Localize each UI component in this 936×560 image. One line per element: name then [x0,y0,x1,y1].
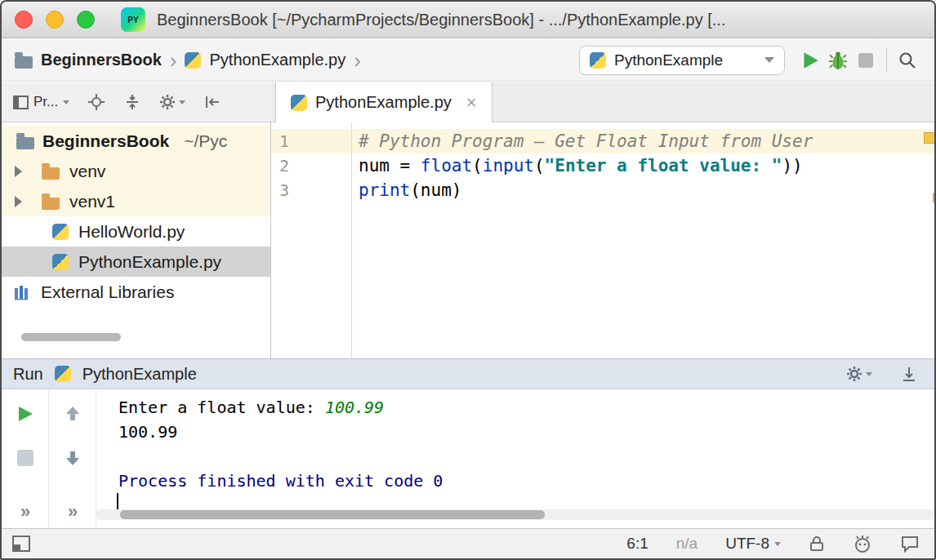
crosshair-icon [87,93,105,111]
encoding-label: UTF-8 [725,535,769,553]
chevron-down-icon [764,57,774,63]
project-panel-header: Pr... [2,82,271,122]
stop-button[interactable] [852,47,880,74]
code-builtin: float [421,156,472,176]
code-plain: num = [359,156,421,176]
dock-down-icon [900,365,918,383]
panel-settings-button[interactable] [159,94,185,110]
tool-strip: Pr... [2,82,934,122]
more-actions-left-button[interactable] [11,498,39,526]
code-builtin: print [359,180,410,200]
debug-button[interactable] [824,47,852,74]
folder-icon [42,198,60,210]
chevron-down-icon [179,100,185,104]
code-string: "Enter a float value: " [545,156,782,176]
stop-process-button[interactable] [11,444,39,472]
gear-icon [846,366,862,382]
stop-icon [858,52,874,69]
arrow-up-icon [63,404,82,424]
console-system-text: Process finished with exit code 0 [118,471,443,491]
line-number: 1 [279,129,312,153]
tree-item-label: External Libraries [41,282,174,302]
chevron-down-icon [866,372,872,376]
console-line: 100.99 [118,420,177,444]
readonly-toggle-button[interactable] [809,535,825,553]
line-number: 2 [279,153,312,178]
run-button[interactable] [796,47,824,74]
ide-errors-button[interactable] [853,534,872,553]
tree-horizontal-scrollbar[interactable] [21,333,121,341]
chevron-right-icon[interactable] [15,166,22,177]
stop-icon [16,449,34,467]
rerun-button[interactable] [11,400,39,428]
hide-panel-button[interactable] [203,93,221,111]
chevron-down-icon [774,542,781,546]
editor-tab-pythonexample[interactable]: PythonExample.py [275,82,493,122]
project-view-selector[interactable]: Pr... [13,94,69,110]
breadcrumb-project[interactable]: BeginnersBook [15,51,162,69]
double-chevron-icon [20,501,30,522]
tree-item-helloworld[interactable]: HelloWorld.py [2,216,270,247]
run-panel-header: Run PythonExample [2,358,934,389]
toggle-toolwindows-button[interactable] [11,535,31,553]
locate-file-button[interactable] [87,93,105,111]
libraries-icon [13,284,31,300]
close-icon[interactable] [466,94,477,112]
python-file-icon [291,95,307,111]
search-everywhere-button[interactable] [894,47,921,74]
tree-item-venv1[interactable]: venv1 [2,186,270,216]
code-comment: # Python Program – Get Float Input from … [359,131,813,151]
console-prompt-text: Enter a float value: [118,398,325,417]
collapse-all-button[interactable] [123,93,141,111]
more-actions-right-button[interactable] [59,498,87,526]
run-panel-settings-button[interactable] [846,366,872,382]
tree-item-label: PythonExample.py [78,252,221,272]
chevron-right-icon[interactable] [15,196,22,207]
arrow-down-icon [63,448,82,468]
chevron-down-icon [63,100,69,104]
line-number: 3 [279,178,312,202]
double-chevron-icon [68,501,78,522]
run-console[interactable]: Enter a float value: 100.99 100.99 Proce… [96,390,934,528]
code-plain: )) [782,156,802,176]
tab-label: PythonExample.py [315,93,452,112]
collapse-all-icon [123,93,141,111]
run-panel-config-label: PythonExample [82,365,197,384]
console-caret [117,493,118,511]
breadcrumb-separator-icon [354,50,361,71]
editor-gutter: 1 2 3 [271,122,352,358]
prev-occurrence-button[interactable] [59,400,87,428]
tree-item-pythonexample[interactable]: PythonExample.py [2,247,270,277]
inspection-status-marker[interactable] [924,132,935,144]
tool-window-icon [13,96,29,109]
python-file-icon [52,254,69,270]
debug-bug-icon [828,51,848,70]
folder-icon [42,167,60,180]
event-log-button[interactable] [900,535,920,553]
zoom-window-button[interactable] [77,11,95,29]
close-window-button[interactable] [15,11,33,29]
tree-item-label: HelloWorld.py [78,222,185,242]
caret-position-widget[interactable]: 6:1 [626,535,648,553]
line-separator-widget[interactable]: n/a [676,535,698,553]
code-editor[interactable]: 1 2 3 # Python Program – Get Float Input… [271,122,936,358]
code-plain: ( [534,156,545,176]
hide-run-panel-button[interactable] [900,365,918,383]
code-content[interactable]: # Python Program – Get Float Input from … [359,129,813,202]
hide-left-icon [203,93,221,111]
title-bar: PY BeginnersBook [~/PycharmProjects/Begi… [2,2,934,38]
breadcrumb-file[interactable]: PythonExample.py [185,51,345,69]
error-stripe-marker[interactable] [933,193,936,202]
next-occurrence-button[interactable] [59,444,87,472]
console-scrollbar-thumb[interactable] [120,510,545,519]
tree-item-label: venv1 [69,192,115,211]
folder-icon [15,56,33,69]
minimize-window-button[interactable] [46,11,64,29]
status-bar: 6:1 n/a UTF-8 [2,528,934,558]
tree-item-venv[interactable]: venv [2,156,270,186]
tree-item-external-libraries[interactable]: External Libraries [2,277,270,307]
tree-item-project-root[interactable]: BeginnersBook ~/Pyc [2,126,270,156]
encoding-widget[interactable]: UTF-8 [725,535,781,553]
run-configuration-select[interactable]: PythonExample [579,46,785,75]
python-file-icon [185,52,201,69]
